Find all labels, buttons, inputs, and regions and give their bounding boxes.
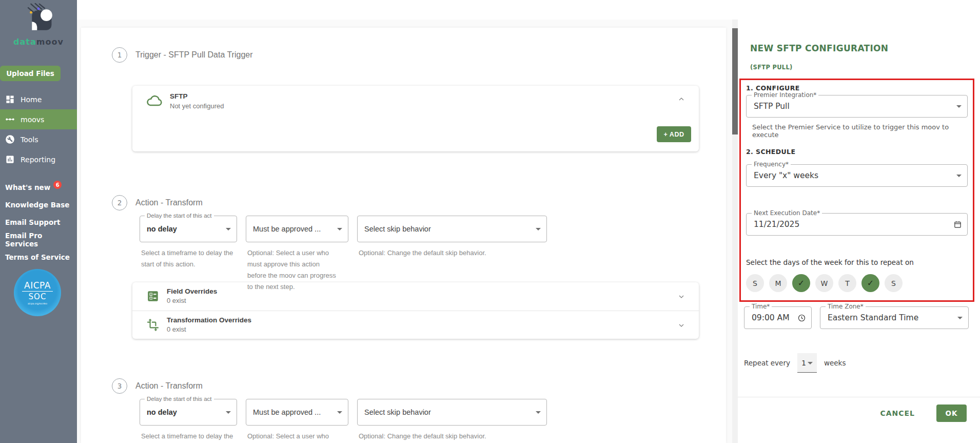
caret-down-icon	[536, 411, 541, 414]
home-grid-icon	[5, 94, 15, 104]
clock-icon[interactable]	[797, 314, 806, 322]
day-chip-tuesday-selected[interactable]: ✓	[792, 274, 810, 292]
sidebar-nav: Home moovs Tools Reporting	[0, 89, 77, 169]
premier-integration-select[interactable]: Premier Integration* SFTP Pull	[746, 95, 968, 118]
app-logo: datamoov	[0, 3, 77, 47]
ok-button[interactable]: OK	[936, 405, 967, 422]
repeat-row: Repeat every 1 weeks	[744, 353, 846, 373]
skip-behavior-select[interactable]: Select skip behavior	[357, 399, 547, 426]
step-2-header: 2 Action - Transform	[81, 195, 726, 210]
caret-down-icon	[956, 175, 962, 177]
upload-files-button[interactable]: Upload Files	[0, 66, 61, 81]
sidebar-item-reporting[interactable]: Reporting	[0, 149, 77, 169]
link-email-pro-services[interactable]: Email Pro Services	[0, 231, 77, 248]
time-input[interactable]: Time* 09:00 AM	[744, 306, 812, 329]
step-3-fields: Delay the start of this act no delay Sel…	[140, 399, 726, 443]
caret-down-icon	[337, 228, 342, 230]
cancel-button[interactable]: CANCEL	[880, 409, 915, 417]
panel-title: NEW SFTP CONFIGURATION	[750, 43, 888, 53]
timezone-select[interactable]: Time Zone* Eastern Standard Time	[820, 306, 969, 329]
tools-wrench-icon	[5, 134, 15, 144]
sftp-card-status: Not yet configured	[170, 102, 224, 110]
repeat-weeks-select[interactable]: 1	[797, 353, 817, 373]
link-email-support[interactable]: Email Support	[0, 214, 77, 231]
delay-helper: Select a timeframe to delay the start of…	[141, 247, 241, 270]
step-3-number: 3	[112, 378, 127, 394]
caret-down-icon	[337, 411, 342, 414]
day-chips: S M ✓ W T ✓ S	[746, 274, 903, 292]
sidebar: datamoov Upload Files Home moovs Tools R…	[0, 0, 77, 443]
step-3-title: Action - Transform	[135, 381, 203, 391]
footer-divider	[738, 397, 980, 397]
scrollbar-thumb[interactable]	[732, 28, 738, 134]
caret-down-icon	[226, 228, 231, 230]
chevron-down-icon[interactable]	[677, 293, 685, 301]
chevron-down-icon[interactable]	[677, 321, 685, 330]
caret-down-icon	[956, 105, 962, 108]
sidebar-item-tools[interactable]: Tools	[0, 129, 77, 149]
caret-down-icon	[536, 228, 541, 230]
delay-select[interactable]: Delay the start of this act no delay	[140, 216, 237, 242]
days-prompt: Select the days of the week for this to …	[746, 258, 914, 266]
delay-select[interactable]: Delay the start of this act no delay	[140, 399, 237, 426]
sidebar-links: What's new 6 Knowledge Base Email Suppor…	[0, 179, 77, 266]
link-terms-of-service[interactable]: Terms of Service	[0, 248, 77, 266]
sidebar-item-moovs[interactable]: moovs	[0, 109, 77, 129]
step-2-number: 2	[112, 195, 127, 210]
repeat-suffix: weeks	[824, 359, 846, 367]
step-1-number: 1	[112, 47, 127, 63]
schedule-heading: 2. SCHEDULE	[746, 148, 795, 156]
step-2-title: Action - Transform	[135, 198, 203, 207]
caret-down-icon	[957, 317, 963, 319]
reporting-chart-icon	[5, 155, 15, 164]
step-1-title: Trigger - SFTP Pull Data Trigger	[135, 50, 253, 60]
repeat-prefix: Repeat every	[744, 359, 790, 367]
cloud-icon	[146, 92, 163, 108]
transformation-overrides-row[interactable]: Transformation Overrides 0 exist	[132, 311, 699, 339]
link-knowledge-base[interactable]: Knowledge Base	[0, 196, 77, 214]
calendar-icon[interactable]	[953, 220, 962, 229]
field-overrides-row[interactable]: Field Overrides 0 exist	[132, 282, 699, 311]
highlighted-region: 1. CONFIGURE Premier Integration* SFTP P…	[739, 79, 974, 302]
whats-new-badge: 6	[53, 181, 62, 189]
frequency-select[interactable]: Frequency* Every "x" weeks	[746, 164, 968, 187]
approver-select[interactable]: Must be approved ...	[246, 216, 348, 242]
sftp-trigger-card: SFTP Not yet configured + ADD	[132, 86, 699, 151]
main-content: 1 Trigger - SFTP Pull Data Trigger SFTP …	[77, 20, 732, 443]
day-chip-sunday[interactable]: S	[746, 274, 764, 292]
skip-behavior-helper: Optional: Change the default skip behavi…	[359, 247, 548, 259]
sftp-card-title: SFTP	[170, 92, 224, 100]
day-chip-thursday[interactable]: T	[838, 274, 856, 292]
add-sftp-button[interactable]: + ADD	[657, 126, 691, 142]
moov-editor-card: 1 Trigger - SFTP Pull Data Trigger SFTP …	[81, 28, 726, 443]
delay-helper: Select a timeframe to delay the start of…	[141, 431, 241, 443]
field-overrides-list-icon	[146, 290, 160, 303]
approver-select[interactable]: Must be approved ...	[246, 399, 348, 426]
transformation-overrides-icon	[146, 318, 160, 332]
vertical-scrollbar[interactable]	[732, 20, 738, 443]
moovs-dots-icon	[5, 114, 15, 124]
sidebar-item-home[interactable]: Home	[0, 89, 77, 109]
skip-behavior-select[interactable]: Select skip behavior	[357, 216, 547, 242]
premier-integration-helper: Select the Premier Service to utilize to…	[752, 123, 968, 139]
overrides-card: Field Overrides 0 exist Transformation O…	[132, 282, 699, 339]
panel-subtitle: (SFTP PULL)	[750, 64, 793, 71]
step-2-fields: Delay the start of this act no delay Sel…	[140, 216, 726, 282]
day-chip-saturday[interactable]: S	[885, 274, 903, 292]
link-whats-new[interactable]: What's new 6	[0, 179, 77, 196]
configure-heading: 1. CONFIGURE	[746, 84, 800, 92]
aicpa-soc-seal: AICPA SOC aicpa.org/soc4so	[14, 269, 61, 316]
step-3-header: 3 Action - Transform	[81, 378, 726, 394]
wordmark: datamoov	[0, 37, 77, 47]
sftp-configuration-panel: NEW SFTP CONFIGURATION (SFTP PULL) 1. CO…	[738, 0, 980, 443]
step-1-header: 1 Trigger - SFTP Pull Data Trigger	[81, 47, 726, 63]
datamoov-logo-icon	[23, 3, 54, 34]
day-chip-wednesday[interactable]: W	[815, 274, 833, 292]
day-chip-monday[interactable]: M	[769, 274, 787, 292]
caret-down-icon	[808, 362, 813, 364]
chevron-up-icon[interactable]	[677, 95, 685, 103]
day-chip-friday-selected[interactable]: ✓	[861, 274, 879, 292]
approver-helper: Optional: Select a user who must approve…	[247, 431, 339, 443]
skip-behavior-helper: Optional: Change the default skip behavi…	[359, 431, 548, 442]
next-execution-date-input[interactable]: Next Execution Date* 11/21/2025	[746, 213, 968, 236]
